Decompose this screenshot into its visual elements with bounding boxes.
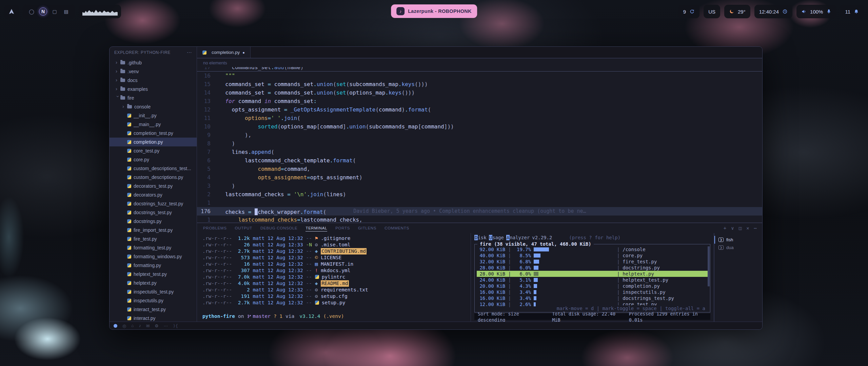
dua-row[interactable]: 24.00 KiB | 5.1% | helptext_test.py [477,277,708,283]
tree-item-label: fire [127,94,134,102]
tree-item[interactable]: › fire_test.py [110,235,197,243]
panel-action-icon[interactable]: ◫ [739,225,742,231]
tree-item[interactable]: › docstrings.py [110,217,197,226]
tree-item[interactable]: › __main__.py [110,120,197,129]
status-bar-icon[interactable]: ⋯ [163,323,168,328]
file-permissions: .rw-r--r-- [202,267,235,274]
file-date: 12 Aug 12:32 [268,255,306,261]
terminal-dua[interactable]: Disk Usage Analyzer v2.29.2 (press ? for… [471,233,714,322]
entry-size: 20.00 KiB [477,283,505,289]
terminal-list-item[interactable]: ❯ dua [714,244,762,251]
panel-action-icon[interactable]: ⋯ [754,225,757,231]
panel-tab[interactable]: PORTS [335,225,350,231]
file-permissions: .rw-r--r-- [202,293,235,300]
tree-item[interactable]: › core_test.py [110,146,197,155]
tree-item[interactable]: › interact.py [110,314,197,322]
tree-item[interactable]: › decorators_test.py [110,182,197,190]
dua-row[interactable]: 32.00 KiB | 6.8% | fire_test.py [477,259,708,265]
remote-indicator-icon[interactable] [114,324,117,328]
breadcrumb[interactable]: no elements [197,58,762,67]
panel-tab[interactable]: TERMINAL [305,225,327,231]
file-size: 1.2k [235,235,250,242]
dua-row[interactable]: 20.00 KiB | 4.3% | completion.py [477,283,708,289]
file-name: requirements.txt [321,287,368,293]
file-name: MANIFEST.in [321,261,353,267]
tree-item[interactable]: › interact_test.py [110,305,197,314]
terminal-list-item[interactable]: ❯ fish [714,236,762,244]
weather-widget[interactable]: 29° [724,5,750,18]
file-permissions: .rw-r--r-- [202,248,235,255]
tree-item[interactable]: › console [110,102,197,111]
entry-percent: 3.4% [514,289,531,295]
folder-icon [120,70,125,73]
panel-tab[interactable]: PROBLEMS [203,225,227,231]
tree-item[interactable]: › inspectutils.py [110,296,197,305]
tree-item[interactable]: › helptext_test.py [110,270,197,279]
file-date: 12 Aug 12:32 [268,235,306,242]
panel-tab[interactable]: DEBUG CONSOLE [260,225,297,231]
file-owner: matt [253,267,264,274]
status-bar-icon[interactable]: ♪ [139,323,141,328]
file-listing-row: .rw-r--r-- 2.7k matt 12 Aug 12:32 -- set… [202,300,471,306]
explorer-more-icon[interactable]: ⋯ [186,49,192,56]
tree-item[interactable]: › .github [110,58,197,67]
tree-item[interactable]: › custom_descriptions_test... [110,164,197,173]
panel-action-icon[interactable]: ✕ [746,225,749,231]
keyboard-layout-widget[interactable]: US [704,5,720,18]
music-player-widget[interactable]: ♪ Lazerpunk - ROBOPHONK [391,4,477,18]
dua-row[interactable]: 28.00 KiB | 6.0% | helptext.py [477,271,708,277]
panel-action-icon[interactable]: + [724,225,726,231]
dua-row[interactable]: 16.00 KiB | 3.4% | docstrings_test.py [477,295,708,301]
tree-item[interactable]: › fire [110,94,197,102]
tree-item[interactable]: › helptext.py [110,279,197,287]
usage-bar [534,247,611,251]
tree-item[interactable]: › examples [110,85,197,94]
panel-tab[interactable]: GITLENS [358,225,376,231]
tree-item[interactable]: › inspectutils_test.py [110,287,197,296]
panel-tab[interactable]: OUTPUT [235,225,252,231]
tree-item[interactable]: › formatting.py [110,261,197,270]
workspace-icon[interactable]: ▢ [51,7,59,16]
tree-item[interactable]: › core.py [110,155,197,164]
terminal-fish[interactable]: .rw-r--r-- 1.2k matt 12 Aug 12:32 -- ⚑ .… [197,233,471,322]
dua-row[interactable]: 92.00 KiB | 19.7% | /console [477,246,708,252]
dua-row[interactable]: 40.00 KiB | 8.5% | core.py [477,252,708,259]
workspace-icon[interactable]: N [39,7,47,16]
tree-item[interactable]: › __init__.py [110,111,197,120]
workspace-icon[interactable]: ◯ [27,7,36,16]
status-bar-icon[interactable]: ✉ [146,323,150,328]
tree-item[interactable]: › completion.py [110,138,197,146]
workspace-icon[interactable]: ▤ [62,7,70,16]
tree-item[interactable]: › formatting_windows.py [110,252,197,261]
notifications-widget[interactable]: 11 [840,5,864,18]
panel-action-icon[interactable]: ∨ [731,225,734,231]
clock-widget[interactable]: 12:40:24 [754,5,792,18]
dua-scrollbar[interactable] [708,246,710,286]
tree-item[interactable]: › decorators.py [110,190,197,199]
dua-row[interactable]: 16.00 KiB | 3.4% | inspectutils.py [477,289,708,295]
status-bar-icon[interactable]: ⌂ [131,323,134,328]
panel-tab[interactable]: COMMENTS [384,225,409,231]
file-size: 2.7k [235,248,250,255]
app-launcher-button[interactable] [4,5,19,18]
code-editor[interactable]: 17 commands_set.add(name) 16 """ 1 [197,67,762,223]
git-status-flag: -N [306,242,315,248]
usage-bar [534,260,611,264]
tree-item[interactable]: › docs [110,76,197,85]
tree-item[interactable]: › .venv [110,67,197,76]
status-bar-icon[interactable]: ⚙ [155,323,158,328]
dua-row[interactable]: 28.00 KiB | 6.0% | docstrings.py [477,265,708,271]
tree-item[interactable]: › docstrings_fuzz_test.py [110,199,197,208]
updates-widget[interactable]: 9 [678,5,699,18]
file-size: 2.7k [235,300,250,306]
tree-item[interactable]: › docstrings_test.py [110,208,197,217]
tree-item[interactable]: › completion_test.py [110,129,197,138]
line-number: 8 [197,139,219,148]
tab-completion-py[interactable]: completion.py ● [197,47,251,58]
modified-dot-icon[interactable]: ● [242,50,245,55]
volume-widget[interactable]: 100% [796,5,836,18]
tree-item[interactable]: › fire_import_test.py [110,226,197,235]
tree-item[interactable]: › formatting_test.py [110,243,197,252]
status-bar-icon[interactable]: ◎ [122,323,126,328]
tree-item[interactable]: › custom_descriptions.py [110,173,197,182]
